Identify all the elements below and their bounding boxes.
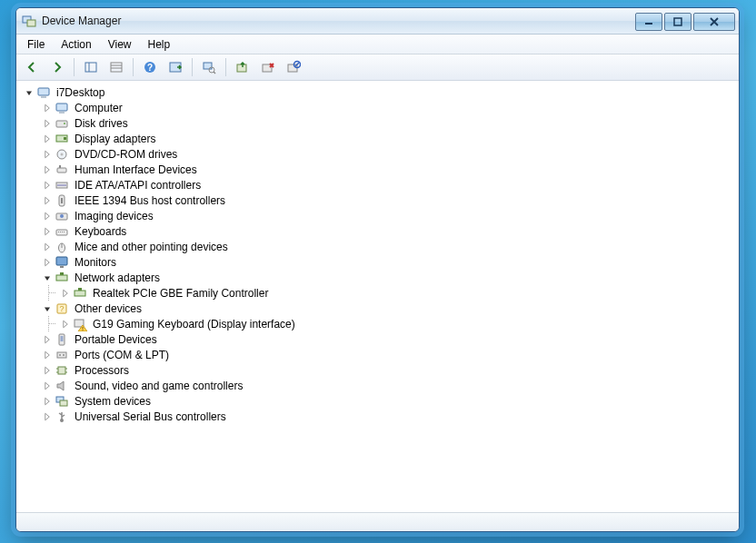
- computer-icon: [36, 85, 51, 100]
- tree-indent: [22, 308, 40, 309]
- usb-icon: [55, 410, 69, 424]
- tree-item[interactable]: Ports (COM & LPT): [22, 347, 739, 362]
- hid-icon: [55, 163, 69, 177]
- tree-indent: [22, 385, 40, 386]
- collapse-icon[interactable]: [40, 301, 55, 316]
- scan-hardware-button[interactable]: [197, 55, 221, 79]
- uninstall-button[interactable]: [256, 55, 280, 79]
- tree-indent: [22, 215, 40, 216]
- action-button[interactable]: [164, 55, 187, 79]
- expand-icon[interactable]: [40, 224, 55, 239]
- app-icon: [22, 14, 36, 28]
- forward-button[interactable]: [45, 55, 69, 79]
- expand-icon[interactable]: [40, 410, 55, 424]
- expand-icon[interactable]: [40, 363, 55, 378]
- 1394-icon: [55, 193, 69, 208]
- tree-item[interactable]: Imaging devices: [22, 208, 739, 223]
- menu-file[interactable]: File: [20, 36, 52, 53]
- tree-item[interactable]: Disk drives: [22, 115, 739, 131]
- expand-icon[interactable]: [40, 101, 55, 115]
- mouse-icon: [55, 240, 69, 254]
- expand-icon[interactable]: [40, 394, 55, 409]
- disk-icon: [55, 116, 69, 131]
- device-tree[interactable]: i7DesktopComputerDisk drivesDisplay adap…: [16, 81, 739, 513]
- expand-icon[interactable]: [58, 286, 73, 301]
- expand-icon[interactable]: [40, 116, 55, 131]
- system-icon: [55, 394, 69, 409]
- expand-icon[interactable]: [40, 193, 55, 208]
- tree-item[interactable]: Human Interface Devices: [22, 162, 739, 177]
- tree-item[interactable]: IDE ATA/ATAPI controllers: [22, 177, 739, 193]
- tree-item[interactable]: Other devices: [22, 301, 739, 316]
- expand-icon[interactable]: [58, 317, 73, 331]
- expand-icon[interactable]: [40, 240, 55, 254]
- tree-indent: [22, 169, 40, 170]
- properties-pane-button[interactable]: [104, 55, 128, 79]
- tree-item[interactable]: Processors: [22, 362, 739, 378]
- tree-item[interactable]: Computer: [22, 100, 739, 115]
- expand-icon[interactable]: [40, 348, 55, 362]
- other-icon: [55, 301, 69, 316]
- tree-item[interactable]: System devices: [22, 393, 739, 409]
- titlebar[interactable]: Device Manager: [16, 8, 739, 35]
- expand-icon[interactable]: [40, 178, 55, 193]
- close-button[interactable]: [693, 13, 735, 31]
- show-hide-console-tree-button[interactable]: [79, 55, 103, 79]
- tree-item[interactable]: DVD/CD-ROM drives: [22, 146, 739, 162]
- menubar: File Action View Help: [16, 35, 739, 54]
- ide-icon: [55, 178, 69, 193]
- disable-button[interactable]: [282, 55, 305, 79]
- tree-item[interactable]: Network adapters: [22, 270, 739, 285]
- help-button[interactable]: [138, 55, 162, 79]
- tree-item[interactable]: i7Desktop: [22, 84, 739, 100]
- tree-item-label: Imaging devices: [73, 210, 155, 222]
- collapse-icon[interactable]: [40, 271, 55, 285]
- tree-item-label: Monitors: [73, 256, 118, 269]
- tree-indent: [40, 285, 58, 301]
- computer-icon: [55, 101, 69, 115]
- tree-item-label: Ports (COM & LPT): [73, 349, 171, 361]
- tree-item[interactable]: Universal Serial Bus controllers: [22, 409, 739, 424]
- tree-indent: [22, 138, 40, 139]
- tree-item[interactable]: Keyboards: [22, 223, 739, 239]
- tree-item[interactable]: Display adapters: [22, 131, 739, 146]
- tree-item[interactable]: G19 Gaming Keyboard (Display interface): [22, 316, 739, 331]
- tree-item-label: G19 Gaming Keyboard (Display interface): [91, 318, 297, 331]
- expand-icon[interactable]: [40, 132, 55, 146]
- display-icon: [55, 132, 69, 146]
- svg-rect-67: [674, 18, 681, 25]
- network-icon: [55, 271, 69, 285]
- expand-icon[interactable]: [40, 332, 55, 347]
- tree-indent: [22, 354, 40, 355]
- tree-item[interactable]: Portable Devices: [22, 331, 739, 347]
- tree-indent: [22, 400, 40, 401]
- device-manager-window: Device Manager File Action View Help i7D…: [15, 7, 740, 532]
- network-icon: [73, 286, 87, 301]
- tree-item-label: IEEE 1394 Bus host controllers: [73, 194, 227, 207]
- expand-icon[interactable]: [40, 147, 55, 162]
- update-driver-button[interactable]: [231, 55, 254, 79]
- tree-item-label: System devices: [73, 395, 153, 408]
- minimize-button[interactable]: [635, 13, 662, 31]
- expand-icon[interactable]: [40, 209, 55, 223]
- tree-item[interactable]: Mice and other pointing devices: [22, 239, 739, 254]
- toolbar-separator: [225, 58, 226, 76]
- menu-action[interactable]: Action: [54, 36, 98, 53]
- back-button[interactable]: [20, 55, 44, 79]
- tree-item[interactable]: Sound, video and game controllers: [22, 378, 739, 393]
- tree-item[interactable]: Realtek PCIe GBE Family Controller: [22, 285, 739, 301]
- menu-view[interactable]: View: [101, 36, 139, 53]
- optical-icon: [55, 147, 69, 162]
- maximize-button[interactable]: [664, 13, 691, 31]
- statusbar: [16, 513, 739, 531]
- expand-icon[interactable]: [40, 379, 55, 393]
- tree-item-label: DVD/CD-ROM drives: [73, 148, 179, 161]
- sound-icon: [55, 379, 69, 393]
- tree-item[interactable]: IEEE 1394 Bus host controllers: [22, 193, 739, 208]
- menu-help[interactable]: Help: [141, 36, 178, 53]
- collapse-icon[interactable]: [22, 85, 36, 100]
- expand-icon[interactable]: [40, 255, 55, 270]
- expand-icon[interactable]: [40, 163, 55, 177]
- imaging-icon: [55, 209, 69, 223]
- tree-item[interactable]: Monitors: [22, 254, 739, 270]
